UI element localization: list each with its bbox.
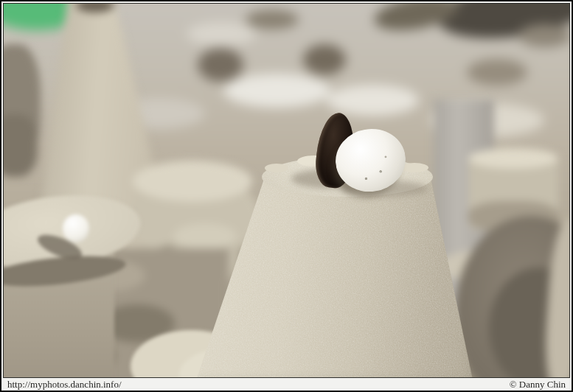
photo-url-text: http://myphotos.danchin.info/ [4,379,122,391]
sandcastle-main [190,151,483,378]
framed-photo-page: http://myphotos.danchin.info/ © Danny Ch… [0,0,573,392]
small-white-shell [63,214,89,242]
caption-bar: http://myphotos.danchin.info/ © Danny Ch… [4,378,569,391]
copyright-text: © Danny Chin [510,379,569,391]
sand-rim-highlight [265,164,288,172]
beach-photo [3,3,570,378]
